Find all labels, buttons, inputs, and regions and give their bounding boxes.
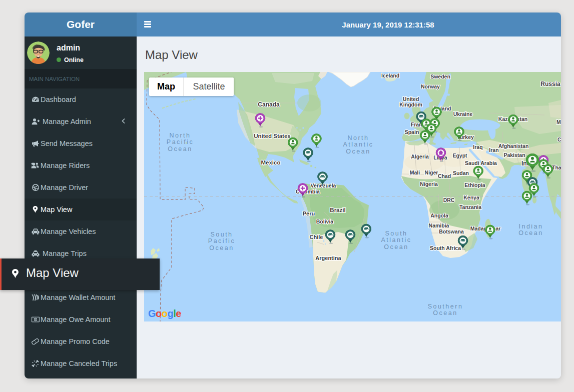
svg-text:Argentina: Argentina (315, 254, 341, 260)
svg-text:South Africa: South Africa (430, 244, 461, 250)
svg-text:Iran: Iran (489, 146, 498, 152)
svg-text:DRC: DRC (443, 196, 455, 202)
svg-text:SouthPacificOcean: SouthPacificOcean (208, 230, 235, 251)
svg-text:Kenya: Kenya (463, 194, 479, 200)
svg-text:Saudi Arabia: Saudi Arabia (465, 160, 497, 166)
svg-text:Peru: Peru (303, 210, 315, 216)
svg-text:NorthAtlanticOcean: NorthAtlanticOcean (343, 134, 374, 154)
svg-text:Spain: Spain (405, 128, 419, 134)
svg-text:United States: United States (254, 132, 291, 138)
svg-text:Mong: Mong (556, 118, 561, 124)
svg-text:Canada: Canada (258, 100, 280, 108)
svg-text:Tanzania: Tanzania (459, 204, 481, 210)
svg-text:UnitedKingdom: UnitedKingdom (399, 96, 422, 107)
svg-text:Pakistan: Pakistan (503, 152, 525, 158)
svg-text:Ukraine: Ukraine (453, 110, 473, 116)
svg-text:Iraq: Iraq (473, 144, 482, 150)
svg-text:Nigeria: Nigeria (420, 180, 438, 186)
svg-text:Algeria: Algeria (411, 153, 429, 159)
svg-text:Russia: Russia (540, 80, 560, 87)
svg-text:Ethiopia: Ethiopia (464, 182, 485, 188)
svg-text:Chile: Chile (310, 234, 323, 240)
svg-text:Sudan: Sudan (453, 170, 469, 176)
svg-text:Chi: Chi (557, 136, 561, 142)
svg-text:Bolivia: Bolivia (316, 218, 334, 224)
svg-text:Botswana: Botswana (439, 228, 464, 234)
svg-text:Thail: Thail (552, 164, 561, 170)
svg-text:Mexico: Mexico (261, 159, 281, 165)
svg-text:Namibia: Namibia (429, 222, 449, 228)
svg-text:Afghanistan: Afghanistan (498, 142, 529, 148)
svg-text:IndianOcean: IndianOcean (518, 222, 543, 236)
svg-text:Sweden: Sweden (430, 73, 450, 79)
svg-text:Mali: Mali (410, 169, 420, 175)
svg-text:SouthAtlanticOcean: SouthAtlanticOcean (381, 230, 412, 250)
svg-text:NorthPacificOcean: NorthPacificOcean (167, 132, 194, 152)
svg-text:Iceland: Iceland (381, 72, 399, 78)
svg-text:Norway: Norway (421, 83, 440, 89)
svg-text:Niger: Niger (425, 169, 438, 175)
svg-text:Brazil: Brazil (330, 206, 345, 212)
svg-text:Egypt: Egypt (452, 152, 467, 158)
svg-text:Angola: Angola (430, 212, 448, 218)
svg-text:Chad: Chad (438, 172, 451, 178)
